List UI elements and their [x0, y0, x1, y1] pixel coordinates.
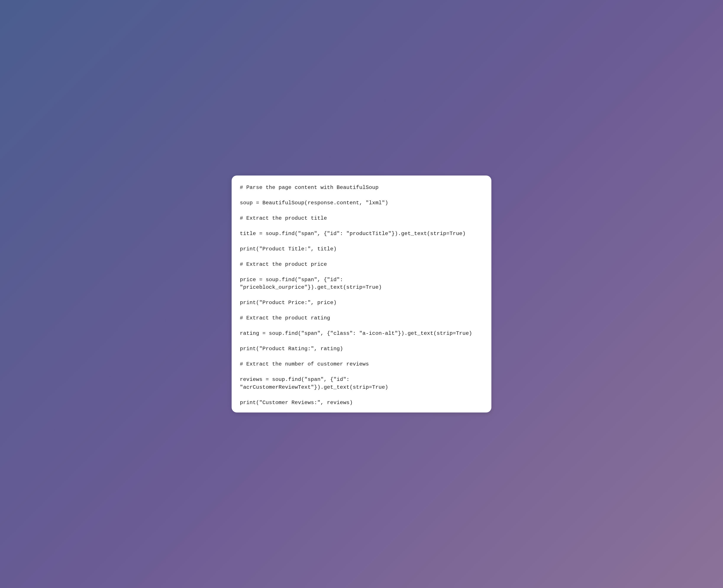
code-line: # Extract the number of customer reviews	[240, 360, 483, 368]
code-line: # Parse the page content with BeautifulS…	[240, 184, 483, 191]
code-line: price = soup.find("span", {"id": "priceb…	[240, 276, 483, 291]
code-line	[240, 191, 483, 199]
code-line: # Extract the product price	[240, 260, 483, 268]
code-line	[240, 253, 483, 260]
code-line: print("Customer Reviews:", reviews)	[240, 399, 483, 407]
code-line	[240, 322, 483, 330]
code-line: print("Product Title:", title)	[240, 245, 483, 253]
code-line	[240, 307, 483, 314]
code-line	[240, 237, 483, 245]
code-line	[240, 391, 483, 399]
code-line: title = soup.find("span", {"id": "produc…	[240, 230, 483, 238]
code-line	[240, 291, 483, 299]
code-line	[240, 353, 483, 360]
code-block: # Parse the page content with BeautifulS…	[232, 175, 491, 413]
code-line: # Extract the product rating	[240, 314, 483, 322]
code-line	[240, 337, 483, 345]
code-line: rating = soup.find("span", {"class": "a-…	[240, 330, 483, 337]
code-line: soup = BeautifulSoup(response.content, "…	[240, 199, 483, 207]
code-content: # Parse the page content with BeautifulS…	[240, 184, 483, 407]
code-line	[240, 268, 483, 276]
code-line	[240, 368, 483, 376]
code-line: # Extract the product title	[240, 214, 483, 222]
code-line	[240, 207, 483, 214]
code-line: print("Product Rating:", rating)	[240, 345, 483, 353]
code-line: reviews = soup.find("span", {"id": "acrC…	[240, 376, 483, 391]
code-line	[240, 222, 483, 230]
code-line: print("Product Price:", price)	[240, 299, 483, 307]
